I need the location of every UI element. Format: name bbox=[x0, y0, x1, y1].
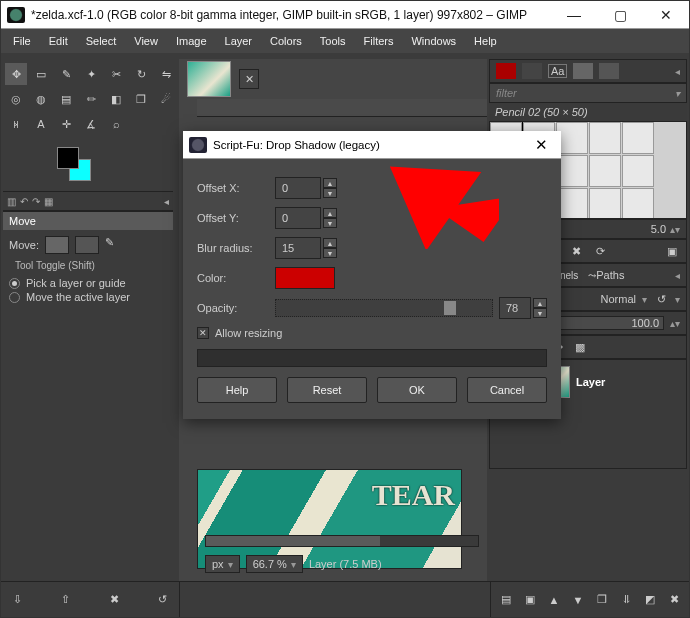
tab-brushes-icon[interactable] bbox=[496, 63, 516, 79]
tool-smudge-icon[interactable]: ☄ bbox=[155, 88, 177, 110]
tool-gradient-icon[interactable]: ▤ bbox=[55, 88, 77, 110]
blur-radius-spinbox[interactable]: 15▲▼ bbox=[275, 237, 337, 259]
brushes-dock-menu-icon[interactable]: ◂ bbox=[675, 66, 680, 77]
tool-bucket-fill-icon[interactable]: ◍ bbox=[30, 88, 52, 110]
tab-fonts-icon[interactable]: Aa bbox=[548, 64, 567, 78]
tab-history-icon[interactable] bbox=[573, 63, 593, 79]
offset-x-up-icon[interactable]: ▲ bbox=[323, 178, 337, 188]
tool-color-picker-icon[interactable]: ✛ bbox=[55, 113, 77, 135]
blur-down-icon[interactable]: ▼ bbox=[323, 248, 337, 258]
offset-y-spinbox[interactable]: 0▲▼ bbox=[275, 207, 337, 229]
images-icon[interactable]: ▦ bbox=[44, 196, 53, 207]
offset-y-value[interactable]: 0 bbox=[275, 207, 321, 229]
help-button[interactable]: Help bbox=[197, 377, 277, 403]
canvas-scrollbar-horizontal[interactable] bbox=[205, 535, 479, 547]
cancel-button[interactable]: Cancel bbox=[467, 377, 547, 403]
image-tab-close-button[interactable]: ✕ bbox=[239, 69, 259, 89]
layer-merge-icon[interactable]: ⥥ bbox=[619, 592, 633, 608]
window-close-button[interactable]: ✕ bbox=[643, 1, 689, 29]
menu-help[interactable]: Help bbox=[466, 31, 505, 51]
brush-zoom-spinner[interactable]: ▴▾ bbox=[670, 224, 680, 235]
tool-options-delete-icon[interactable]: ✖ bbox=[106, 592, 122, 608]
menu-file[interactable]: File bbox=[5, 31, 39, 51]
tool-options-save-icon[interactable]: ⇩ bbox=[9, 592, 25, 608]
window-maximize-button[interactable]: ▢ bbox=[597, 1, 643, 29]
opacity-down-icon[interactable]: ▼ bbox=[533, 308, 547, 318]
layer-mode-dropdown[interactable]: Normal bbox=[601, 293, 636, 305]
zoom-dropdown[interactable]: 66.7 %▾ bbox=[246, 555, 303, 573]
opacity-value[interactable]: 78 bbox=[499, 297, 531, 319]
tool-clone-icon[interactable]: ❐ bbox=[130, 88, 152, 110]
tab-patterns-icon[interactable] bbox=[522, 63, 542, 79]
layer-delete-icon[interactable]: ✖ bbox=[667, 592, 681, 608]
image-tab-thumbnail[interactable] bbox=[187, 61, 231, 97]
brush-delete-icon[interactable]: ✖ bbox=[568, 243, 584, 259]
opacity-spinbox[interactable]: 78▲▼ bbox=[499, 297, 547, 319]
tool-free-select-icon[interactable]: ✎ bbox=[55, 63, 77, 85]
layer-group-icon[interactable]: ▣ bbox=[523, 592, 537, 608]
color-button[interactable] bbox=[275, 267, 335, 289]
tool-crop-icon[interactable]: ✂ bbox=[105, 63, 127, 85]
brush-refresh-icon[interactable]: ⟳ bbox=[592, 243, 608, 259]
window-minimize-button[interactable]: — bbox=[551, 1, 597, 29]
menu-windows[interactable]: Windows bbox=[403, 31, 464, 51]
fg-bg-color-widget[interactable] bbox=[55, 145, 95, 185]
move-target-selection-icon[interactable] bbox=[75, 236, 99, 254]
layer-up-icon[interactable]: ▲ bbox=[547, 592, 561, 608]
layer-name-label[interactable]: Layer bbox=[576, 376, 605, 388]
fg-color-swatch[interactable] bbox=[57, 147, 79, 169]
blur-radius-value[interactable]: 15 bbox=[275, 237, 321, 259]
radio-pick-layer[interactable] bbox=[9, 278, 20, 289]
units-dropdown[interactable]: px▾ bbox=[205, 555, 240, 573]
tab-paths[interactable]: ⤳Paths bbox=[588, 269, 624, 281]
lock-alpha-icon[interactable]: ▩ bbox=[572, 339, 588, 355]
layers-dock-menu-icon[interactable]: ◂ bbox=[675, 270, 680, 281]
menu-filters[interactable]: Filters bbox=[356, 31, 402, 51]
undo-history-icon[interactable]: ↶ bbox=[20, 196, 28, 207]
tool-fuzzy-select-icon[interactable]: ✦ bbox=[80, 63, 102, 85]
opacity-up-icon[interactable]: ▲ bbox=[533, 298, 547, 308]
blur-up-icon[interactable]: ▲ bbox=[323, 238, 337, 248]
reset-button[interactable]: Reset bbox=[287, 377, 367, 403]
ok-button[interactable]: OK bbox=[377, 377, 457, 403]
layer-new-icon[interactable]: ▤ bbox=[499, 592, 513, 608]
tool-options-reset-icon[interactable]: ↺ bbox=[155, 592, 171, 608]
menu-edit[interactable]: Edit bbox=[41, 31, 76, 51]
brush-open-folder-icon[interactable]: ▣ bbox=[664, 243, 680, 259]
dock-menu-icon[interactable]: ◂ bbox=[164, 196, 169, 207]
layer-down-icon[interactable]: ▼ bbox=[571, 592, 585, 608]
tool-flip-icon[interactable]: ⇋ bbox=[155, 63, 177, 85]
tool-zoom-icon[interactable]: ⌕ bbox=[105, 113, 127, 135]
tool-move-icon[interactable]: ✥ bbox=[5, 63, 27, 85]
redo-icon[interactable]: ↷ bbox=[32, 196, 40, 207]
tool-warp-icon[interactable]: ◎ bbox=[5, 88, 27, 110]
layer-mode-switch-icon[interactable]: ↺ bbox=[653, 291, 669, 307]
layer-mask-icon[interactable]: ◩ bbox=[643, 592, 657, 608]
offset-x-spinbox[interactable]: 0▲▼ bbox=[275, 177, 337, 199]
allow-resizing-checkbox[interactable]: ✕ bbox=[197, 327, 209, 339]
layer-opacity-spinner[interactable]: ▴▾ bbox=[670, 318, 680, 329]
dialog-titlebar[interactable]: Script-Fu: Drop Shadow (legacy) ✕ bbox=[183, 131, 561, 159]
tool-options-restore-icon[interactable]: ⇧ bbox=[58, 592, 74, 608]
offset-x-value[interactable]: 0 bbox=[275, 177, 321, 199]
radio-move-active[interactable] bbox=[9, 292, 20, 303]
menu-tools[interactable]: Tools bbox=[312, 31, 354, 51]
tool-pencil-icon[interactable]: ✏ bbox=[80, 88, 102, 110]
tool-rotate-icon[interactable]: ↻ bbox=[130, 63, 152, 85]
tool-measure-icon[interactable]: ∡ bbox=[80, 113, 102, 135]
menu-colors[interactable]: Colors bbox=[262, 31, 310, 51]
tool-text-icon[interactable]: A bbox=[30, 113, 52, 135]
layer-duplicate-icon[interactable]: ❐ bbox=[595, 592, 609, 608]
move-target-layer-icon[interactable] bbox=[45, 236, 69, 254]
ruler-horizontal[interactable] bbox=[197, 99, 487, 117]
brush-filter-input[interactable]: filter▾ bbox=[489, 83, 687, 103]
move-target-path-icon[interactable]: ✎ bbox=[105, 236, 129, 254]
menu-select[interactable]: Select bbox=[78, 31, 125, 51]
dialog-close-button[interactable]: ✕ bbox=[521, 136, 561, 154]
tool-eraser-icon[interactable]: ◧ bbox=[105, 88, 127, 110]
device-status-icon[interactable]: ▥ bbox=[7, 196, 16, 207]
tool-path-icon[interactable]: Ⳮ bbox=[5, 113, 27, 135]
menu-layer[interactable]: Layer bbox=[217, 31, 261, 51]
offset-x-down-icon[interactable]: ▼ bbox=[323, 188, 337, 198]
menu-image[interactable]: Image bbox=[168, 31, 215, 51]
